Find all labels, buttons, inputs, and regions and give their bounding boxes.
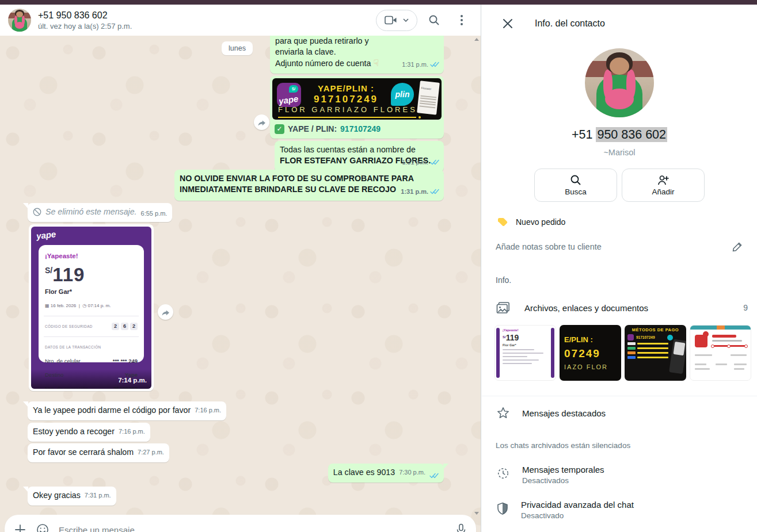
- shield-icon: [497, 502, 508, 520]
- divider: [482, 396, 757, 396]
- message-text: Por favor se cerrará shalom: [33, 447, 134, 458]
- message-outgoing[interactable]: La clave es 9013 7:30 p.m.: [328, 464, 444, 483]
- search-messages-button[interactable]: Busca: [534, 169, 617, 202]
- message-time: 7:16 p.m.: [119, 426, 145, 437]
- yape-receipt-image[interactable]: yape ¡Yapeaste! S/119 Flor Gar* ▦ 16 feb…: [31, 227, 151, 389]
- add-contact-button[interactable]: Añadir: [622, 169, 705, 202]
- paper-line: [420, 98, 436, 101]
- price-list-paper: Floower: [417, 81, 440, 114]
- chat-header: +51 950 836 602 últ. vez hoy a la(s) 2:5…: [0, 5, 481, 36]
- message-incoming[interactable]: Okey gracias7:31 p.m.: [28, 487, 116, 506]
- chevron-down-icon: [403, 18, 409, 22]
- message-outgoing[interactable]: Todas las cuentas están a nombre de FLOR…: [275, 141, 444, 172]
- thumb-art: [731, 354, 747, 356]
- thumb-art: [744, 345, 748, 348]
- contact-header-info[interactable]: +51 950 836 602 últ. vez hoy a la(s) 2:5…: [38, 10, 376, 30]
- notes-row[interactable]: Añade notas sobre tu cliente: [496, 241, 743, 252]
- thumb-art: [496, 328, 500, 378]
- thumb-art: [695, 354, 712, 356]
- calendar-icon: ▦: [45, 303, 50, 308]
- message-meta: 1:31 p.m.: [402, 157, 439, 168]
- menu-kebab-button[interactable]: [451, 9, 473, 31]
- thumb-art: E/PLIN :: [564, 335, 621, 344]
- media-thumb-tracking[interactable]: [690, 325, 751, 381]
- thumb-art: [695, 363, 706, 365]
- video-call-button[interactable]: [376, 10, 417, 31]
- advanced-privacy-value: Desactivado: [521, 511, 634, 520]
- message-input[interactable]: [59, 525, 446, 532]
- avatar-art: [16, 12, 22, 17]
- thumb-art: MÉTODOS DE PAGO: [627, 327, 683, 332]
- button-label: Busca: [565, 187, 587, 196]
- disappearing-value: Desactivados: [522, 476, 604, 485]
- yape-bubble: S/: [289, 85, 298, 93]
- button-label: Añadir: [652, 187, 674, 196]
- receipt-payee: Flor Gar*: [45, 286, 138, 297]
- starred-messages-label: Mensajes destacados: [522, 408, 606, 418]
- message-outgoing[interactable]: NO OLVIDE ENVIAR LA FOTO DE SU COMPROBAN…: [174, 170, 444, 201]
- message-outgoing-image[interactable]: S/ yape YAPE/PLIN : 917107249 plin Floow…: [270, 76, 444, 139]
- media-thumb-receipt[interactable]: ¡Yapeaste! S/119 Flor Gar*: [494, 325, 556, 381]
- forward-message-button[interactable]: [254, 114, 269, 130]
- disappearing-title: Mensajes temporales: [522, 465, 604, 474]
- message-list[interactable]: lunes para que pueda retirarlo y enviarl…: [0, 36, 481, 532]
- whatsapp-window: +51 950 836 602 últ. vez hoy a la(s) 2:5…: [0, 0, 757, 532]
- check-mark-emoji: ✓: [275, 124, 284, 134]
- read-ticks-icon: [430, 189, 439, 195]
- chat-scrollbar-down[interactable]: [474, 512, 479, 515]
- message-incoming-image[interactable]: yape ¡Yapeaste! S/119 Flor Gar* ▦ 16 feb…: [29, 224, 154, 391]
- banner-holder-name: FLOR GARRIAZO FLORES: [278, 104, 417, 115]
- forward-message-button[interactable]: [158, 304, 173, 320]
- thumb-art: ¡Yapeaste! S/119 Flor Gar*: [503, 328, 548, 364]
- receipt-title: ¡Yapeaste!: [45, 251, 138, 262]
- thumb-art: [716, 363, 727, 365]
- media-section-row[interactable]: Archivos, enlaces y documentos 9: [496, 301, 748, 315]
- pencil-icon[interactable]: [732, 241, 743, 252]
- avatar-art: [605, 89, 634, 109]
- message-incoming[interactable]: Ya le yapee podri darme el código por fa…: [28, 401, 226, 420]
- message-outgoing[interactable]: para que pueda retirarlo y enviarla la c…: [270, 36, 444, 74]
- search-chat-button[interactable]: [423, 9, 445, 31]
- deleted-row: Se eliminó este mensaje. 6:55 p.m.: [33, 206, 167, 217]
- message-text: Ya le yapee podri darme el código por fa…: [33, 405, 191, 416]
- message-incoming[interactable]: Estoy yendo a recoger7:16 p.m.: [28, 423, 150, 442]
- message-time: 1:31 p.m.: [402, 59, 428, 70]
- message-composer[interactable]: [5, 515, 476, 532]
- notes-placeholder: Añade notas sobre tu cliente: [496, 242, 732, 251]
- chat-scrollbar-up[interactable]: [474, 38, 479, 41]
- chat-header-actions: [376, 9, 473, 31]
- label-chip-row[interactable]: Nuevo pedido: [497, 217, 757, 227]
- video-camera-icon: [385, 16, 397, 25]
- thumb-art: [690, 326, 751, 330]
- contact-phone[interactable]: +51 950 836 602: [482, 128, 757, 142]
- attach-plus-icon[interactable]: [14, 523, 26, 532]
- message-incoming[interactable]: Por favor se cerrará shalom7:27 p.m.: [28, 443, 169, 462]
- divider: [44, 316, 139, 316]
- advanced-privacy-row[interactable]: Privacidad avanzada del chat Desactivado: [497, 500, 748, 520]
- panel-title: Info. del contacto: [535, 18, 605, 29]
- paper-line: [419, 105, 435, 108]
- message-text: para que pueda retirarlo y enviarla la c…: [275, 36, 397, 58]
- disappearing-messages-row[interactable]: Mensajes temporales Desactivados: [497, 465, 748, 485]
- date-divider-chip: lunes: [222, 41, 253, 55]
- message-text: Estoy yendo a recoger: [33, 426, 115, 437]
- profile-photo-wrap: [482, 48, 757, 117]
- thumb-art: [551, 328, 554, 378]
- thumb-art: [711, 345, 714, 348]
- caption-label: YAPE / PLIN:: [288, 124, 337, 135]
- message-deleted[interactable]: Se eliminó este mensaje. 6:55 p.m.: [28, 203, 172, 222]
- contact-avatar[interactable]: [8, 9, 31, 32]
- media-thumb-payment-methods[interactable]: MÉTODOS DE PAGO 917107249: [625, 325, 686, 381]
- profile-photo[interactable]: [585, 48, 654, 117]
- microphone-icon[interactable]: [455, 523, 467, 532]
- starred-messages-row[interactable]: Mensajes destacados: [497, 407, 748, 419]
- message-time: 7:30 p.m.: [399, 467, 425, 478]
- media-thumb-banner[interactable]: E/PLIN : 07249 IAZO FLOR: [560, 325, 621, 381]
- emoji-icon[interactable]: [36, 523, 50, 532]
- media-count: 9: [743, 303, 748, 312]
- close-icon[interactable]: [497, 13, 519, 35]
- read-ticks-icon: [430, 159, 439, 166]
- contact-info-panel: Info. del contacto +51 950 836 602 ~Mari…: [482, 5, 757, 532]
- receipt-card: ¡Yapeaste! S/119 Flor Gar* ▦ 16 feb. 202…: [39, 245, 144, 362]
- yape-plin-banner-image[interactable]: S/ yape YAPE/PLIN : 917107249 plin Floow…: [272, 78, 442, 120]
